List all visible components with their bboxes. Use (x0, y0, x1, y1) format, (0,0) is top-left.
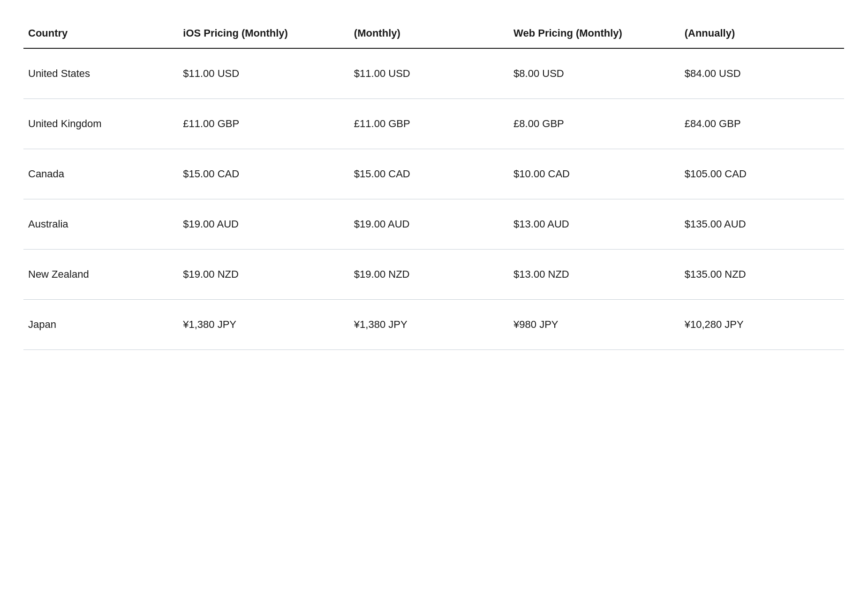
country-cell: Japan (23, 300, 183, 350)
monthly-cell: $15.00 CAD (354, 149, 513, 199)
table-row: Japan¥1,380 JPY¥1,380 JPY¥980 JPY¥10,280… (23, 300, 844, 350)
annually-cell: ¥10,280 JPY (685, 300, 844, 350)
annually-cell: $135.00 NZD (685, 250, 844, 300)
ios-monthly-cell: $15.00 CAD (183, 149, 354, 199)
pricing-table-container: Country iOS Pricing (Monthly) (Monthly) … (23, 19, 844, 350)
country-cell: United States (23, 48, 183, 99)
monthly-cell: $19.00 NZD (354, 250, 513, 300)
header-country: Country (23, 19, 183, 48)
table-row: United States$11.00 USD$11.00 USD$8.00 U… (23, 48, 844, 99)
table-header-row: Country iOS Pricing (Monthly) (Monthly) … (23, 19, 844, 48)
country-cell: Canada (23, 149, 183, 199)
table-row: Australia$19.00 AUD$19.00 AUD$13.00 AUD$… (23, 199, 844, 250)
annually-cell: $135.00 AUD (685, 199, 844, 250)
country-cell: United Kingdom (23, 99, 183, 149)
monthly-cell: ¥1,380 JPY (354, 300, 513, 350)
monthly-cell: £11.00 GBP (354, 99, 513, 149)
country-cell: Australia (23, 199, 183, 250)
header-web-pricing-monthly: Web Pricing (Monthly) (513, 19, 685, 48)
ios-monthly-cell: $11.00 USD (183, 48, 354, 99)
annually-cell: $84.00 USD (685, 48, 844, 99)
web-monthly-cell: £8.00 GBP (513, 99, 685, 149)
web-monthly-cell: $10.00 CAD (513, 149, 685, 199)
web-monthly-cell: $8.00 USD (513, 48, 685, 99)
web-monthly-cell: ¥980 JPY (513, 300, 685, 350)
web-monthly-cell: $13.00 AUD (513, 199, 685, 250)
web-monthly-cell: $13.00 NZD (513, 250, 685, 300)
header-monthly: (Monthly) (354, 19, 513, 48)
annually-cell: $105.00 CAD (685, 149, 844, 199)
monthly-cell: $19.00 AUD (354, 199, 513, 250)
annually-cell: £84.00 GBP (685, 99, 844, 149)
pricing-table: Country iOS Pricing (Monthly) (Monthly) … (23, 19, 844, 350)
header-annually: (Annually) (685, 19, 844, 48)
ios-monthly-cell: ¥1,380 JPY (183, 300, 354, 350)
table-row: United Kingdom£11.00 GBP£11.00 GBP£8.00 … (23, 99, 844, 149)
country-cell: New Zealand (23, 250, 183, 300)
table-row: New Zealand$19.00 NZD$19.00 NZD$13.00 NZ… (23, 250, 844, 300)
ios-monthly-cell: $19.00 AUD (183, 199, 354, 250)
ios-monthly-cell: £11.00 GBP (183, 99, 354, 149)
monthly-cell: $11.00 USD (354, 48, 513, 99)
table-row: Canada$15.00 CAD$15.00 CAD$10.00 CAD$105… (23, 149, 844, 199)
header-ios-pricing-monthly: iOS Pricing (Monthly) (183, 19, 354, 48)
ios-monthly-cell: $19.00 NZD (183, 250, 354, 300)
